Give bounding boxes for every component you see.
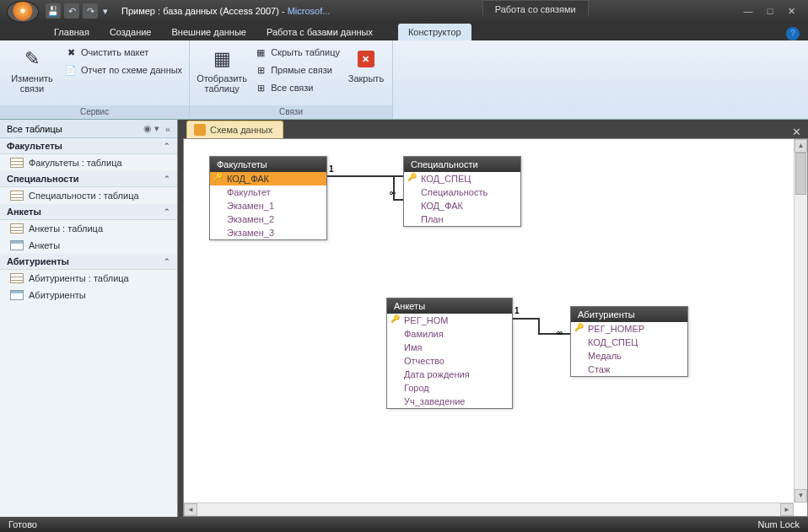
table-field[interactable]: Имя bbox=[387, 341, 512, 354]
relationships-canvas[interactable]: ФакультетыКОД_ФАКФакультетЭкзамен_1Экзам… bbox=[183, 138, 808, 517]
clear-layout-button[interactable]: ✖Очистить макет bbox=[62, 45, 184, 60]
help-icon[interactable]: ? bbox=[786, 27, 800, 40]
relationship-line[interactable] bbox=[393, 199, 403, 201]
tab-design[interactable]: Конструктор bbox=[398, 24, 471, 40]
vertical-scrollbar[interactable]: ▲ ▼ bbox=[794, 139, 807, 502]
relationship-line[interactable] bbox=[327, 175, 403, 177]
status-text: Готово bbox=[8, 519, 37, 529]
nav-item[interactable]: Абитуриенты bbox=[0, 287, 177, 304]
relationship-line[interactable] bbox=[513, 318, 538, 320]
cardinality-many: ∞ bbox=[557, 328, 563, 337]
scroll-up-icon[interactable]: ▲ bbox=[795, 139, 807, 153]
table-field[interactable]: План bbox=[404, 212, 520, 226]
document-tab[interactable]: Схема данных bbox=[186, 121, 283, 138]
table-box-anketes[interactable]: АнкетыРЕГ_НОМФамилияИмяОтчествоДата рожд… bbox=[386, 298, 513, 409]
maximize-button[interactable]: □ bbox=[762, 6, 778, 17]
nav-group-header[interactable]: Абитуриенты⌃ bbox=[0, 254, 177, 270]
tab-create[interactable]: Создание bbox=[100, 24, 162, 40]
report-icon: 📄 bbox=[64, 63, 78, 77]
table-box-faculties[interactable]: ФакультетыКОД_ФАКФакультетЭкзамен_1Экзам… bbox=[209, 156, 327, 240]
minimize-button[interactable]: — bbox=[741, 6, 756, 17]
table-field[interactable]: Фамилия bbox=[387, 327, 512, 341]
table-field[interactable]: Отчество bbox=[387, 354, 512, 368]
table-field[interactable]: Стаж bbox=[571, 363, 687, 376]
nav-item[interactable]: Факультеты : таблица bbox=[0, 154, 177, 171]
document-tab-bar: Схема данных ✕ bbox=[183, 120, 808, 138]
close-button[interactable]: ✕ Закрыть bbox=[345, 43, 387, 87]
nav-group-header[interactable]: Анкеты⌃ bbox=[0, 204, 177, 220]
table-field[interactable]: Экзамен_3 bbox=[210, 226, 326, 239]
table-field[interactable]: КОД_СПЕЦ bbox=[404, 172, 520, 185]
nav-item[interactable]: Абитуриенты : таблица bbox=[0, 270, 177, 287]
qat-redo-icon[interactable]: ↷ bbox=[83, 3, 98, 19]
table-title: Анкеты bbox=[387, 298, 512, 314]
table-field[interactable]: Экзамен_1 bbox=[210, 199, 326, 212]
table-field[interactable]: КОД_ФАК bbox=[404, 199, 520, 212]
scroll-down-icon[interactable]: ▼ bbox=[795, 489, 807, 502]
edit-relationships-button[interactable]: ✎ Изменить связи bbox=[5, 43, 59, 97]
table-field[interactable]: Факультет bbox=[210, 185, 326, 199]
form-icon bbox=[10, 290, 24, 300]
direct-relationships-button[interactable]: ⊞Прямые связи bbox=[252, 62, 342, 78]
relationship-line[interactable] bbox=[393, 175, 395, 199]
cardinality-one: 1 bbox=[329, 164, 334, 174]
show-table-button[interactable]: ▦ Отобразить таблицу bbox=[195, 43, 249, 97]
nav-item-label: Абитуриенты bbox=[29, 290, 86, 300]
clear-icon: ✖ bbox=[64, 46, 78, 59]
nav-item[interactable]: Анкеты : таблица bbox=[0, 220, 177, 237]
relationship-line[interactable] bbox=[538, 318, 540, 333]
table-field[interactable]: Город bbox=[387, 381, 512, 395]
chevron-up-icon: ⌃ bbox=[164, 207, 170, 216]
scroll-thumb[interactable] bbox=[795, 153, 806, 195]
table-field[interactable]: Медаль bbox=[571, 349, 687, 363]
tab-dbtools[interactable]: Работа с базами данных bbox=[256, 24, 383, 40]
nav-item-label: Факультеты : таблица bbox=[29, 158, 122, 168]
scroll-left-icon[interactable]: ◄ bbox=[184, 503, 197, 516]
nav-collapse-icon[interactable]: « bbox=[165, 124, 170, 134]
tab-home[interactable]: Главная bbox=[44, 24, 100, 40]
nav-header[interactable]: Все таблицы ◉ ▾ « bbox=[0, 120, 177, 138]
window-title: Пример : база данных (Access 2007) - Mic… bbox=[121, 6, 330, 16]
table-field[interactable]: Уч_заведение bbox=[387, 395, 512, 408]
hide-table-button[interactable]: ▦Скрыть таблицу bbox=[252, 45, 342, 60]
table-field[interactable]: Экзамен_2 bbox=[210, 212, 326, 226]
chevron-up-icon: ⌃ bbox=[164, 175, 170, 183]
table-field[interactable]: РЕГ_НОМЕР bbox=[571, 322, 687, 336]
relationship-report-button[interactable]: 📄Отчет по схеме данных bbox=[62, 62, 184, 78]
table-icon bbox=[10, 158, 24, 168]
qat-dropdown-icon[interactable]: ▾ bbox=[101, 3, 110, 19]
navigation-pane: Все таблицы ◉ ▾ « Факультеты⌃Факультеты … bbox=[0, 120, 178, 517]
horizontal-scrollbar[interactable]: ◄ ► bbox=[184, 502, 794, 516]
qat-undo-icon[interactable]: ↶ bbox=[64, 3, 79, 19]
qat-save-icon[interactable]: 💾 bbox=[46, 3, 61, 19]
table-add-icon: ▦ bbox=[208, 46, 235, 72]
table-box-specialties[interactable]: СпециальностиКОД_СПЕЦСпециальностьКОД_ФА… bbox=[403, 156, 521, 227]
all-icon: ⊞ bbox=[254, 81, 267, 94]
table-title: Факультеты bbox=[210, 157, 326, 172]
tab-external[interactable]: Внешние данные bbox=[162, 24, 256, 40]
nav-dropdown-icon[interactable]: ◉ ▾ bbox=[143, 123, 159, 134]
table-field[interactable]: КОД_ФАК bbox=[210, 172, 326, 185]
table-field[interactable]: Специальность bbox=[404, 185, 520, 199]
table-field[interactable]: РЕГ_НОМ bbox=[387, 314, 512, 327]
table-field[interactable]: Дата рождения bbox=[387, 368, 512, 381]
close-window-button[interactable]: ✕ bbox=[784, 6, 800, 17]
quick-access-toolbar: 💾 ↶ ↷ ▾ bbox=[46, 3, 110, 19]
nav-item[interactable]: Анкеты bbox=[0, 237, 177, 254]
table-field[interactable]: КОД_СПЕЦ bbox=[571, 336, 687, 349]
contextual-tab-group: Работа со связями bbox=[482, 0, 589, 22]
nav-group-header[interactable]: Специальности⌃ bbox=[0, 171, 177, 187]
all-relationships-button[interactable]: ⊞Все связи bbox=[252, 80, 342, 95]
nav-group-header[interactable]: Факультеты⌃ bbox=[0, 138, 177, 154]
relationship-line[interactable] bbox=[538, 333, 570, 335]
main-area: Все таблицы ◉ ▾ « Факультеты⌃Факультеты … bbox=[0, 120, 808, 517]
table-icon bbox=[10, 191, 24, 201]
status-bar: Готово Num Lock bbox=[0, 517, 808, 532]
document-area: Схема данных ✕ ФакультетыКОД_ФАКФакульте… bbox=[183, 120, 808, 517]
document-close-button[interactable]: ✕ bbox=[785, 126, 808, 138]
nav-item[interactable]: Специальности : таблица bbox=[0, 187, 177, 204]
scroll-right-icon[interactable]: ► bbox=[780, 503, 794, 516]
office-button[interactable] bbox=[7, 1, 39, 23]
table-box-applicants[interactable]: АбитуриентыРЕГ_НОМЕРКОД_СПЕЦМедальСтаж bbox=[570, 306, 688, 377]
cardinality-one: 1 bbox=[514, 306, 520, 315]
